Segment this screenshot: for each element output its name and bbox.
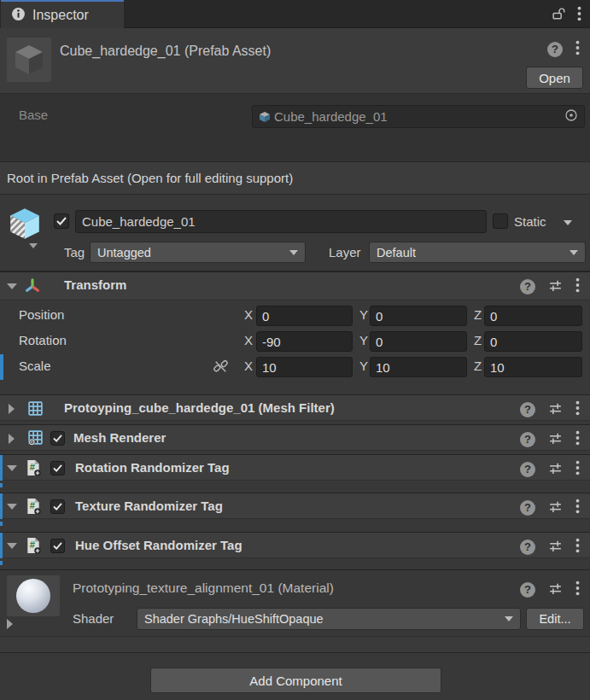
kebab-menu-icon[interactable] [575, 40, 580, 58]
presets-icon[interactable] [548, 539, 563, 556]
mesh-renderer-icon [27, 429, 44, 448]
help-icon[interactable] [520, 402, 535, 417]
axis-z-label[interactable]: Z [474, 333, 482, 347]
axis-z-label[interactable]: Z [474, 307, 482, 322]
scale-z-field[interactable] [484, 357, 582, 377]
position-z-input[interactable] [485, 306, 581, 325]
axis-y-label[interactable]: Y [359, 333, 368, 347]
axis-x-label[interactable]: X [244, 333, 253, 347]
check-icon [56, 217, 67, 225]
kebab-menu-icon[interactable] [575, 580, 580, 598]
kebab-menu-icon[interactable] [575, 400, 580, 418]
rotation-x-field[interactable] [256, 331, 353, 352]
gameobject-active-checkbox[interactable] [54, 213, 69, 229]
position-y-field[interactable] [370, 306, 467, 326]
rotation-label: Rotation [19, 333, 67, 347]
help-icon[interactable] [520, 582, 535, 598]
prefab-override-dash [0, 522, 3, 526]
open-prefab-button[interactable]: Open [526, 67, 583, 89]
position-x-input[interactable] [257, 306, 352, 325]
rotation-z-field[interactable] [484, 331, 582, 352]
broken-link-icon[interactable] [213, 359, 229, 377]
help-icon[interactable] [520, 500, 535, 516]
prefab-asset-title: Cube_hardedge_01 (Prefab Asset) [60, 44, 271, 59]
script-icon: # [26, 537, 41, 557]
tag-label: Tag [64, 245, 85, 260]
help-icon[interactable] [520, 540, 535, 555]
axis-z-label[interactable]: Z [474, 359, 482, 373]
component-enabled-checkbox[interactable] [50, 499, 65, 514]
kebab-menu-icon[interactable] [575, 538, 580, 556]
cube-icon [10, 41, 48, 79]
preview-resize-strip[interactable] [0, 636, 590, 653]
position-z-field[interactable] [484, 306, 582, 326]
presets-icon[interactable] [548, 461, 563, 478]
position-y-input[interactable] [371, 306, 466, 325]
help-icon[interactable] [520, 462, 535, 477]
help-icon[interactable] [547, 42, 563, 57]
shader-dropdown[interactable]: Shader Graphs/HueShiftOpaque [137, 608, 521, 630]
presets-icon[interactable] [548, 581, 563, 598]
shader-value: Shader Graphs/HueShiftOpaque [144, 612, 505, 626]
chevron-down-icon [505, 616, 513, 621]
base-section: Base Cube_hardedge_01 [0, 94, 590, 162]
help-icon[interactable] [520, 279, 535, 295]
presets-icon[interactable] [548, 278, 563, 295]
tag-dropdown[interactable]: Untagged [90, 242, 306, 263]
base-object-field[interactable]: Cube_hardedge_01 [252, 105, 585, 128]
foldout-open-icon[interactable] [7, 283, 17, 289]
scale-z-input[interactable] [485, 358, 581, 376]
foldout-closed-icon[interactable] [9, 434, 15, 444]
rotation-y-input[interactable] [371, 332, 466, 351]
foldout-open-icon[interactable] [7, 543, 17, 549]
layer-dropdown[interactable]: Default [369, 242, 586, 263]
rotation-randomizer-header: # Rotation Randomizer Tag [0, 454, 590, 481]
object-picker-icon[interactable] [564, 108, 578, 125]
rotation-y-field[interactable] [370, 331, 467, 352]
unlock-icon[interactable] [552, 7, 566, 24]
kebab-menu-icon[interactable] [575, 460, 580, 478]
rotation-x-input[interactable] [257, 332, 352, 351]
component-title: Rotation Randomizer Tag [75, 460, 230, 475]
kebab-menu-icon[interactable] [575, 430, 580, 448]
component-enabled-checkbox[interactable] [50, 431, 65, 446]
position-label: Position [19, 307, 64, 322]
add-component-button[interactable]: Add Component [150, 668, 441, 693]
gameobject-name-field[interactable] [75, 210, 487, 233]
prefab-banner-text: Root in Prefab Asset (Open for full edit… [7, 171, 293, 185]
foldout-closed-icon[interactable] [7, 619, 13, 629]
rotation-row: Rotation X Y Z [0, 330, 590, 353]
static-dropdown-arrow[interactable] [564, 220, 572, 225]
component-enabled-checkbox[interactable] [50, 539, 65, 553]
scale-x-input[interactable] [257, 358, 352, 376]
kebab-menu-icon[interactable] [575, 499, 580, 516]
presets-icon[interactable] [548, 401, 563, 418]
gameobject-icon-expander[interactable] [29, 243, 38, 248]
presets-icon[interactable] [548, 499, 563, 516]
edit-shader-button[interactable]: Edit... [526, 608, 584, 630]
axis-x-label[interactable]: X [244, 359, 253, 373]
axis-y-label[interactable]: Y [359, 307, 368, 322]
gameobject-header: Static Tag Untagged Layer Default [0, 195, 590, 271]
component-body [0, 558, 590, 569]
position-x-field[interactable] [256, 306, 353, 326]
scale-x-field[interactable] [256, 357, 353, 377]
foldout-open-icon[interactable] [7, 504, 17, 510]
foldout-closed-icon[interactable] [9, 404, 15, 414]
footer: Add Component [0, 653, 590, 700]
rotation-z-input[interactable] [485, 332, 581, 351]
help-icon[interactable] [520, 432, 535, 447]
chevron-down-icon [289, 250, 298, 255]
kebab-menu-icon[interactable] [577, 6, 581, 24]
kebab-menu-icon[interactable] [575, 277, 580, 295]
presets-icon[interactable] [548, 431, 563, 448]
axis-y-label[interactable]: Y [359, 359, 368, 373]
tab-inspector[interactable]: Inspector [1, 0, 124, 28]
axis-x-label[interactable]: X [244, 307, 253, 322]
foldout-open-icon[interactable] [7, 465, 17, 471]
scale-y-field[interactable] [370, 357, 467, 377]
static-checkbox[interactable] [493, 213, 508, 229]
gameobject-name-input[interactable] [76, 214, 486, 229]
component-enabled-checkbox[interactable] [50, 461, 65, 475]
scale-y-input[interactable] [371, 358, 466, 376]
